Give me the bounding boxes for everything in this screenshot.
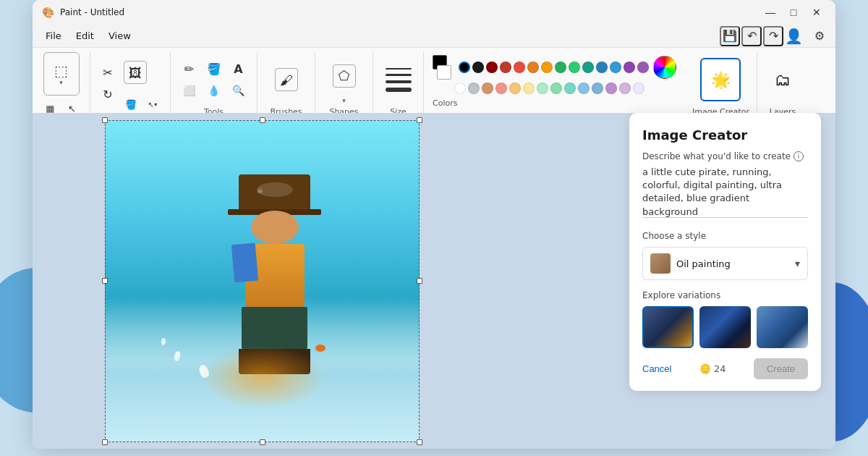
brush-main-button[interactable]: 🖌: [272, 59, 301, 100]
maximize-button[interactable]: □: [783, 2, 804, 22]
color-swatch-bottom-12[interactable]: [619, 83, 631, 94]
size-line-3[interactable]: [386, 80, 412, 83]
color-swatch-top-12[interactable]: [624, 62, 635, 73]
paint-bucket-button[interactable]: 🪣: [121, 94, 141, 114]
ic-create-button[interactable]: Create: [754, 358, 808, 379]
colors-label: Colors: [433, 98, 457, 108]
image-creator-button[interactable]: 🌟: [700, 58, 741, 101]
ic-variation-3[interactable]: [757, 306, 808, 348]
ic-style-chevron-icon: ▾: [795, 258, 800, 269]
color-swatch-top-13[interactable]: [637, 62, 649, 73]
minimize-button[interactable]: —: [760, 2, 780, 22]
ic-style-thumbnail: [650, 253, 671, 274]
color-swatch-top-7[interactable]: [555, 62, 566, 73]
ic-info-icon[interactable]: i: [793, 151, 804, 161]
eyedropper-button[interactable]: 💧: [204, 80, 224, 101]
image-creator-panel: Image Creator Describe what you'd like t…: [629, 113, 821, 391]
color-swatch-top-4[interactable]: [514, 62, 525, 73]
ribbon-group-layers: 🗂 Layers: [757, 52, 808, 119]
ic-variations-label: Explore variations: [642, 290, 808, 300]
user-avatar[interactable]: 👤: [783, 26, 804, 46]
shapes-main-button[interactable]: ⬠: [330, 56, 359, 96]
app-icon: 🎨: [41, 6, 54, 19]
crop-button[interactable]: ✂: [98, 62, 118, 83]
shapes-group-content: ⬠ ▾: [330, 52, 359, 107]
color-swatch-bottom-8[interactable]: [564, 83, 576, 94]
orange-splash: [315, 345, 326, 352]
color-swatch-bottom-13[interactable]: [633, 83, 644, 94]
menu-file[interactable]: File: [38, 28, 69, 44]
text-button[interactable]: A: [229, 59, 249, 79]
menubar-right: 👤 ⚙: [783, 26, 830, 46]
background-color[interactable]: [437, 65, 451, 80]
color-swatch-bottom-10[interactable]: [592, 83, 603, 94]
color-swatch-bottom-6[interactable]: [537, 83, 548, 94]
color-swatch-bottom-5[interactable]: [523, 83, 535, 94]
size-line-1[interactable]: [386, 68, 412, 69]
color-swatch-bottom-11[interactable]: [605, 83, 617, 94]
window-title: Paint - Untitled: [60, 7, 754, 17]
color-swatch-top-10[interactable]: [596, 62, 608, 73]
handle-bottom-middle[interactable]: [260, 439, 265, 445]
image-main-button[interactable]: 🖼: [121, 52, 150, 93]
layers-group-content: 🗂: [765, 52, 801, 107]
eraser-button[interactable]: ⬜: [179, 80, 200, 101]
image-group-content: ✂ ↻ 🖼 🪣 ↖▾: [98, 52, 163, 114]
color-swatch-top-9[interactable]: [582, 62, 594, 73]
redo-button[interactable]: ↷: [763, 26, 783, 46]
menu-view[interactable]: View: [101, 28, 138, 44]
color-swatch-bottom-0[interactable]: [454, 83, 466, 94]
color-swatch-top-2[interactable]: [486, 62, 498, 73]
ic-style-dropdown[interactable]: Oil painting ▾: [642, 247, 808, 280]
ic-variation-1[interactable]: [642, 306, 694, 348]
color-picker-rainbow[interactable]: [653, 56, 676, 79]
handle-middle-right[interactable]: [417, 278, 422, 284]
save-button[interactable]: 💾: [720, 26, 740, 46]
layers-button[interactable]: 🗂: [765, 58, 801, 101]
shapes-dropdown-icon: ▾: [342, 98, 346, 104]
color-swatch-top-6[interactable]: [541, 62, 553, 73]
selection-tool-button[interactable]: ⬚ ▾: [43, 52, 80, 96]
select-all-button[interactable]: ↖▾: [142, 94, 163, 114]
handle-bottom-left[interactable]: [102, 439, 108, 445]
color-swatch-top-3[interactable]: [500, 62, 511, 73]
size-line-2[interactable]: [386, 74, 412, 76]
ic-prompt-input[interactable]: [642, 166, 808, 218]
ic-prompt-label: Describe what you'd like to create i: [642, 151, 808, 161]
color-swatch-bottom-1[interactable]: [468, 83, 480, 94]
selection-dropdown-icon: ▾: [59, 80, 63, 86]
color-swatch-bottom-2[interactable]: [482, 83, 493, 94]
image-creator-group-content: 🌟: [700, 52, 741, 107]
close-button[interactable]: ✕: [807, 2, 827, 22]
color-swatch-top-8[interactable]: [569, 62, 580, 73]
size-line-4[interactable]: [386, 88, 412, 92]
handle-top-left[interactable]: [102, 117, 108, 123]
handle-bottom-right[interactable]: [417, 439, 422, 445]
settings-button[interactable]: ⚙: [809, 26, 830, 46]
ic-variation-2[interactable]: [699, 306, 751, 348]
color-swatch-bottom-3[interactable]: [495, 83, 507, 94]
color-swatch-top-11[interactable]: [610, 62, 621, 73]
color-swatch-top-0[interactable]: [459, 62, 470, 73]
undo-button[interactable]: ↶: [741, 26, 762, 46]
handle-top-right[interactable]: [417, 117, 422, 123]
canvas-wrapper[interactable]: ☠: [105, 120, 420, 442]
color-swatch-bottom-7[interactable]: [550, 83, 562, 94]
color-swatch-bottom-4[interactable]: [509, 83, 521, 94]
ribbon-group-tools: ✏ ⬜ 🪣 💧 A 🔍 Tools: [171, 52, 258, 119]
color-swatch-top-5[interactable]: [527, 62, 539, 73]
handle-middle-left[interactable]: [102, 278, 108, 284]
pencil-button[interactable]: ✏: [179, 59, 200, 79]
menu-edit[interactable]: Edit: [69, 28, 101, 44]
ribbon-group-shapes: ⬠ ▾ Shapes: [315, 52, 373, 119]
selection-group-content: ⬚ ▾ ▦ ↖: [41, 52, 82, 119]
rotate-button[interactable]: ↻: [98, 84, 118, 104]
handle-top-middle[interactable]: [260, 117, 265, 123]
zoom-button[interactable]: 🔍: [229, 80, 249, 101]
color-swatch-bottom-9[interactable]: [578, 83, 590, 94]
glow-effect: [200, 345, 326, 410]
fill-button[interactable]: 🪣: [204, 59, 224, 79]
color-swatch-top-1[interactable]: [472, 62, 484, 73]
ic-cancel-button[interactable]: Cancel: [642, 359, 671, 379]
ribbon-group-colors: Colors: [424, 52, 685, 119]
